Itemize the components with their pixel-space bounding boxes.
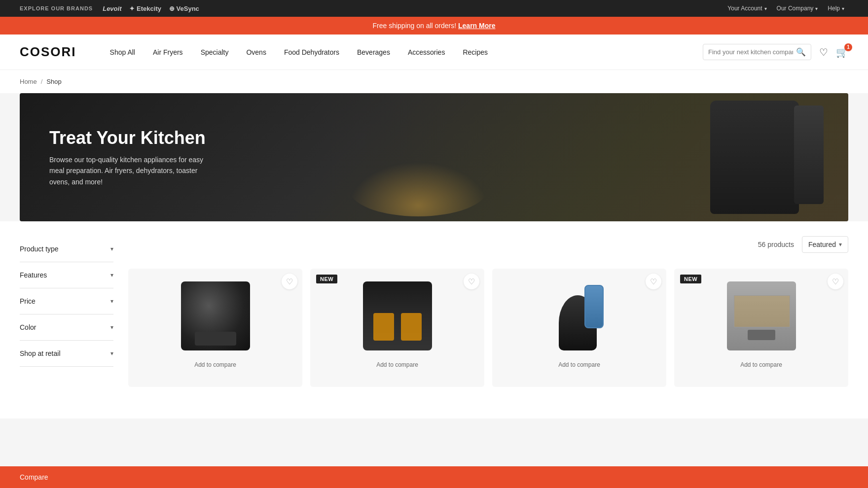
add-to-compare-link[interactable]: Add to compare	[376, 359, 418, 370]
main-nav: COSORI Shop All Air Fryers Specialty Ove…	[0, 35, 868, 70]
product-image-area[interactable]	[500, 277, 658, 355]
hero-title: Treat Your Kitchen	[49, 127, 217, 148]
product-grid: ♡ Add to compare NEW ♡ Add to compare ♡	[128, 269, 848, 387]
levoit-logo[interactable]: Levoit	[103, 5, 121, 12]
nav-links: Shop All Air Fryers Specialty Ovens Food…	[101, 36, 703, 68]
nav-accessories[interactable]: Accessories	[399, 36, 454, 68]
promo-text: Free shipping on all orders!	[372, 22, 456, 30]
wishlist-icon[interactable]: ♡	[819, 46, 828, 58]
nav-food-dehydrators[interactable]: Food Dehydrators	[275, 36, 348, 68]
breadcrumb-home[interactable]: Home	[20, 78, 37, 85]
promo-learn-more-link[interactable]: Learn More	[458, 22, 495, 30]
product-card: NEW ♡ Add to compare	[674, 269, 848, 387]
etekcity-logo[interactable]: ✦ Etekcity	[129, 5, 161, 12]
shop-area: Product type ▾ Features ▾ Price ▾ Color …	[0, 221, 868, 418]
chevron-down-icon: ▾	[110, 272, 113, 279]
nav-specialty[interactable]: Specialty	[192, 36, 238, 68]
chevron-down-icon: ▾	[764, 6, 767, 11]
our-company-link[interactable]: Our Company ▾	[773, 4, 822, 13]
chevron-down-icon: ▾	[842, 6, 844, 11]
cart-badge: 1	[844, 43, 852, 51]
sort-label: Featured	[808, 241, 836, 248]
utility-bar-right: Your Account ▾ Our Company ▾ Help ▾	[723, 4, 848, 13]
breadcrumb: Home / Shop	[0, 70, 868, 93]
product-image	[727, 281, 796, 350]
product-image	[545, 281, 614, 350]
filter-features: Features ▾	[20, 262, 113, 288]
sidebar-filters: Product type ▾ Features ▾ Price ▾ Color …	[20, 236, 128, 404]
breadcrumb-current: Shop	[46, 78, 61, 85]
hero-description: Browse our top-quality kitchen appliance…	[49, 154, 217, 187]
filter-shop-retail-header[interactable]: Shop at retail ▾	[20, 341, 113, 366]
search-bar: 🔍	[703, 44, 811, 60]
chevron-down-icon: ▾	[110, 245, 113, 252]
utility-bar-left: EXPLORE OUR BRANDS Levoit ✦ Etekcity ⊕ V…	[20, 5, 199, 12]
your-account-link[interactable]: Your Account ▾	[723, 4, 770, 13]
hero-visual	[310, 93, 848, 221]
promo-bar: Free shipping on all orders! Learn More	[0, 17, 868, 35]
search-input[interactable]	[708, 48, 793, 56]
vesync-logo[interactable]: ⊕ VeSync	[169, 5, 199, 12]
filter-color-header[interactable]: Color ▾	[20, 314, 113, 340]
sort-bar: 56 products Featured ▾	[128, 236, 848, 257]
nav-air-fryers[interactable]: Air Fryers	[144, 36, 192, 68]
chevron-down-icon: ▾	[815, 6, 818, 11]
search-icon[interactable]: 🔍	[796, 47, 806, 57]
product-image	[181, 281, 250, 350]
product-image	[363, 281, 432, 350]
product-count: 56 products	[758, 241, 794, 248]
product-card: ♡ Add to compare	[128, 269, 302, 387]
add-to-compare-link[interactable]: Add to compare	[558, 359, 600, 370]
wishlist-button[interactable]: ♡	[464, 274, 479, 289]
cart-icon[interactable]: 🛒 1	[836, 46, 848, 58]
product-image-area[interactable]	[318, 277, 476, 355]
wishlist-button[interactable]: ♡	[646, 274, 661, 289]
wishlist-button[interactable]: ♡	[282, 274, 297, 289]
wishlist-button[interactable]: ♡	[828, 274, 843, 289]
nav-ovens[interactable]: Ovens	[237, 36, 275, 68]
site-logo[interactable]: COSORI	[20, 44, 76, 60]
filter-shop-retail-label: Shop at retail	[20, 349, 61, 357]
filter-color: Color ▾	[20, 314, 113, 341]
utility-bar: EXPLORE OUR BRANDS Levoit ✦ Etekcity ⊕ V…	[0, 0, 868, 17]
filter-features-label: Features	[20, 271, 47, 279]
filter-shop-retail: Shop at retail ▾	[20, 341, 113, 367]
filter-product-type-label: Product type	[20, 245, 59, 253]
breadcrumb-separator: /	[41, 78, 43, 85]
hero-content: Treat Your Kitchen Browse our top-qualit…	[20, 107, 247, 207]
product-card: ♡ Add to compare	[492, 269, 666, 387]
new-badge: NEW	[316, 275, 337, 283]
chevron-down-icon: ▾	[839, 241, 842, 248]
filter-price: Price ▾	[20, 288, 113, 314]
chevron-down-icon: ▾	[110, 350, 113, 357]
sort-select[interactable]: Featured ▾	[802, 236, 848, 253]
new-badge: NEW	[680, 275, 701, 283]
filter-price-header[interactable]: Price ▾	[20, 288, 113, 314]
filter-features-header[interactable]: Features ▾	[20, 262, 113, 288]
chevron-down-icon: ▾	[110, 324, 113, 331]
filter-price-label: Price	[20, 297, 36, 305]
filter-color-label: Color	[20, 323, 36, 331]
nav-shop-all[interactable]: Shop All	[101, 36, 144, 68]
filter-product-type-header[interactable]: Product type ▾	[20, 236, 113, 262]
brand-logos: Levoit ✦ Etekcity ⊕ VeSync	[103, 5, 199, 12]
nav-recipes[interactable]: Recipes	[454, 36, 497, 68]
filter-product-type: Product type ▾	[20, 236, 113, 262]
chevron-down-icon: ▾	[110, 298, 113, 305]
product-card: NEW ♡ Add to compare	[310, 269, 484, 387]
add-to-compare-link[interactable]: Add to compare	[740, 359, 782, 370]
products-column: 56 products Featured ▾ ♡ Add to compare …	[128, 236, 848, 404]
add-to-compare-link[interactable]: Add to compare	[194, 359, 236, 370]
nav-actions: 🔍 ♡ 🛒 1	[703, 44, 848, 60]
hero-banner: Treat Your Kitchen Browse our top-qualit…	[20, 93, 848, 221]
product-image-area[interactable]	[136, 277, 294, 355]
product-image-area[interactable]	[682, 277, 840, 355]
explore-label: EXPLORE OUR BRANDS	[20, 5, 93, 11]
help-link[interactable]: Help ▾	[824, 4, 848, 13]
nav-beverages[interactable]: Beverages	[348, 36, 399, 68]
